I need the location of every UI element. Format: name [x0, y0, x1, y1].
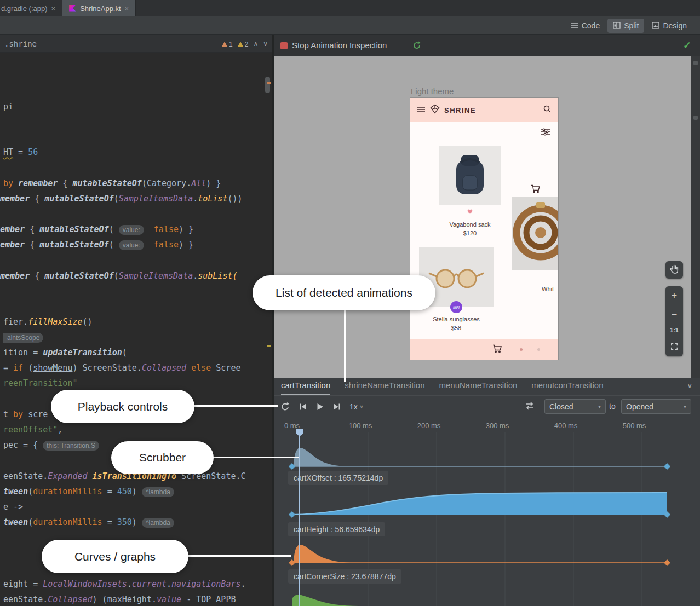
detected-animations-tabs: cartTransition shrineNameTransition menu…: [274, 378, 700, 396]
tab-menuIconTransition[interactable]: menuIconTransition: [531, 380, 603, 395]
play-button[interactable]: [315, 402, 324, 411]
editor-scrollbar[interactable]: [265, 77, 270, 93]
tool-strip-icon[interactable]: [693, 61, 698, 65]
timeline-ruler[interactable]: 0 ms 100 ms 200 ms 300 ms 400 ms 500 ms: [274, 417, 700, 432]
callout-connector: [193, 405, 278, 407]
search-icon[interactable]: [543, 105, 552, 116]
from-state-dropdown[interactable]: Closed ▾: [544, 399, 606, 414]
zoom-controls: + − 1:1: [665, 286, 683, 356]
zoom-in-button[interactable]: +: [672, 291, 678, 301]
stop-icon[interactable]: [280, 42, 288, 49]
tabs-overflow-chevron-icon[interactable]: ∨: [687, 382, 692, 390]
callout-detected-animations: List of detected animations: [253, 275, 435, 310]
timeline-tick: 0 ms: [273, 422, 311, 430]
code-icon: [570, 22, 578, 29]
code-view-button[interactable]: Code: [565, 19, 605, 33]
stop-animation-inspection-button[interactable]: Stop Animation Inspection: [292, 41, 387, 50]
zoom-out-button[interactable]: −: [672, 309, 678, 319]
scrubber-line[interactable]: [299, 430, 300, 606]
refresh-icon[interactable]: [412, 41, 422, 53]
callout-connector: [213, 457, 299, 458]
to-label: to: [609, 402, 616, 411]
callout-scrubber: Scrubber: [111, 441, 214, 474]
breadcrumb-bar[interactable]: .shrine 1 2 ∧ ∨: [0, 35, 272, 53]
curve-green: [292, 595, 359, 606]
timeline-tick: 500 ms: [615, 422, 653, 430]
tab-shrineNameTransition[interactable]: shrineNameTransition: [345, 380, 424, 395]
tab-cartTransition[interactable]: cartTransition: [281, 380, 330, 395]
brand-badge: MFI: [450, 301, 462, 313]
close-icon[interactable]: ×: [51, 4, 56, 13]
curve-value-label: cartHeight : 56.659634dp: [288, 522, 385, 536]
filter-tune-icon[interactable]: [541, 128, 550, 138]
right-tool-strip: [691, 56, 700, 378]
favorite-heart-icon[interactable]: [439, 206, 501, 216]
tab-menuNameTransition[interactable]: menuNameTransition: [439, 380, 517, 395]
breadcrumb[interactable]: .shrine: [4, 39, 37, 48]
compose-preview-surface: Light theme SHRINE: [274, 56, 700, 378]
warning-triangle-icon: 2: [238, 39, 249, 48]
tab-label: ShrineApp.kt: [80, 4, 121, 13]
loop-playback-button[interactable]: [280, 402, 290, 412]
to-state-dropdown[interactable]: Opened ▾: [621, 399, 691, 414]
hand-icon: [669, 264, 679, 276]
design-view-button[interactable]: Design: [646, 19, 692, 33]
skip-to-start-button[interactable]: [299, 402, 307, 411]
product-name: Stella sunglasses: [419, 316, 494, 322]
timeline-tick: 400 ms: [547, 422, 585, 430]
curve-value-label: cartCornerSize : 23.678877dp: [288, 569, 401, 584]
pan-tool-button[interactable]: [665, 261, 683, 279]
skip-to-end-button[interactable]: [332, 402, 341, 411]
tab-shrineapp-file[interactable]: ShrineApp.kt ×: [62, 0, 136, 16]
keyframe-diamond: [289, 511, 295, 518]
preview-pane: Stop Animation Inspection ✓ Light theme …: [274, 35, 700, 606]
previous-issue-icon[interactable]: ∧: [253, 40, 258, 48]
curve-value-label: cartXOffset : 165.75214dp: [288, 471, 388, 485]
keyframe-diamond: [664, 463, 670, 470]
menu-icon[interactable]: [417, 105, 426, 115]
cart-icon[interactable]: [492, 344, 502, 355]
playback-speed-dropdown[interactable]: 1x ∨: [349, 402, 363, 411]
cart-bottom-bar[interactable]: [410, 339, 558, 360]
product-name: Whit: [542, 286, 559, 292]
next-issue-icon[interactable]: ∨: [263, 40, 268, 48]
animation-timeline-panel: cartTransition shrineNameTransition menu…: [274, 378, 700, 606]
inspection-widget[interactable]: 1 2 ∧ ∨: [222, 35, 268, 53]
callout-playback-controls: Playback controls: [51, 390, 194, 423]
theme-label: Light theme: [411, 86, 454, 96]
code-editor[interactable]: [0, 35, 272, 606]
tool-strip-icon[interactable]: [693, 116, 698, 120]
shrine-logo-icon: [430, 104, 440, 116]
close-icon[interactable]: ×: [125, 4, 129, 13]
design-icon: [652, 22, 659, 29]
product-image-belt[interactable]: [512, 197, 559, 270]
shrine-app-preview: SHRINE Vagabond sack $120: [410, 97, 559, 360]
chevron-down-icon: ∨: [360, 404, 364, 409]
curve-cartXOffset: [294, 448, 351, 466]
callout-curves-graphs: Curves / graphs: [42, 540, 188, 573]
timeline-tick: 300 ms: [478, 422, 517, 430]
tab-gradle-file[interactable]: d.gradle (:app) ×: [0, 0, 62, 16]
product-price: $120: [439, 230, 501, 236]
playback-controls-bar: 1x ∨ Closed ▾ to Opened ▾: [274, 396, 700, 417]
animation-inspection-toolbar: Stop Animation Inspection ✓: [274, 35, 700, 56]
swap-states-button[interactable]: [525, 402, 535, 412]
warning-stripe-mark[interactable]: [267, 345, 271, 347]
split-view-button[interactable]: Split: [607, 19, 644, 33]
view-mode-bar: Code Split Design: [0, 16, 700, 35]
product-card-vagabond[interactable]: Vagabond sack $120: [439, 146, 501, 236]
callout-connector: [187, 555, 291, 557]
dropdown-arrow-icon: ▾: [598, 403, 601, 409]
zoom-to-fit-icon[interactable]: [670, 342, 678, 352]
callout-connector: [344, 309, 346, 382]
product-image-backpack: [439, 146, 501, 205]
timeline-tick: 100 ms: [341, 422, 380, 430]
error-stripe-mark[interactable]: [267, 82, 271, 84]
app-title: SHRINE: [444, 106, 476, 114]
zoom-actual-size-button[interactable]: 1:1: [670, 327, 679, 333]
page-dot: [520, 348, 523, 351]
editor-tab-bar: d.gradle (:app) × ShrineApp.kt ×: [0, 0, 700, 16]
page-dot: [537, 348, 540, 351]
add-to-cart-icon[interactable]: [531, 184, 541, 195]
status-check-icon[interactable]: ✓: [683, 39, 691, 51]
